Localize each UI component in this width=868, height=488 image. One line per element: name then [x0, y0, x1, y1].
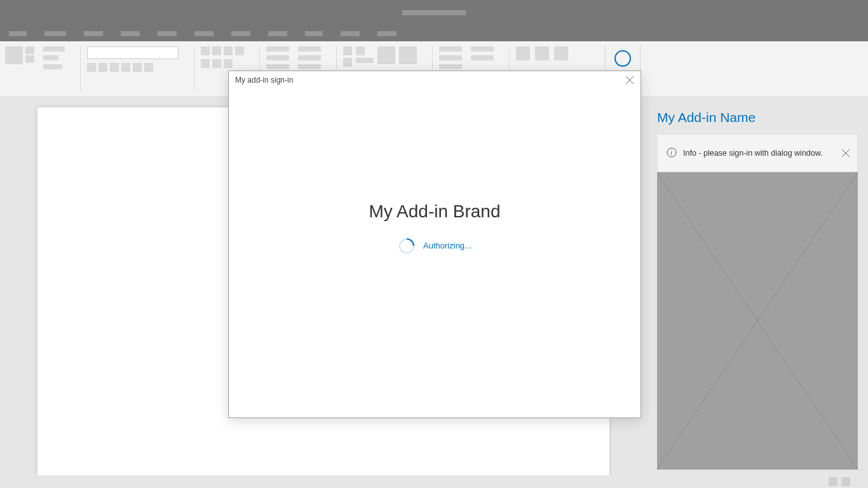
ribbon-button[interactable] [266, 46, 289, 51]
ribbon-button[interactable] [356, 58, 374, 63]
taskpane-body-placeholder [657, 172, 858, 470]
close-icon [625, 76, 634, 85]
ribbon-button[interactable] [516, 46, 530, 60]
ribbon-combobox[interactable] [87, 46, 179, 59]
ribbon-separator [194, 46, 194, 91]
ribbon-button[interactable] [201, 46, 210, 55]
ribbon-button[interactable] [235, 46, 244, 55]
close-icon [841, 148, 851, 158]
ribbon-tab[interactable] [305, 31, 323, 36]
ribbon-tab[interactable] [341, 31, 360, 36]
ribbon-button[interactable] [439, 55, 462, 60]
dialog-header: My add-in sign-in [229, 71, 641, 89]
window-titlebar [0, 0, 868, 25]
ribbon-group [201, 46, 244, 68]
statusbar-button[interactable] [829, 477, 837, 486]
svg-text:i: i [670, 149, 672, 156]
ribbon-button[interactable] [343, 58, 352, 67]
spinner-icon [398, 237, 416, 255]
ribbon-button[interactable] [343, 46, 352, 55]
ribbon-button[interactable] [133, 63, 142, 72]
ribbon-tab[interactable] [9, 31, 27, 36]
ribbon-tab[interactable] [231, 31, 250, 36]
title-placeholder [402, 10, 466, 15]
ribbon-separator [80, 46, 81, 91]
status-bar [0, 475, 868, 488]
ribbon-group [87, 46, 179, 72]
ribbon-group [43, 46, 65, 69]
taskpane-title: My Add-in Name [657, 110, 858, 125]
ribbon-button[interactable] [439, 46, 462, 51]
ribbon-button[interactable] [110, 63, 119, 72]
ribbon-button[interactable] [266, 64, 289, 69]
ribbon-tab[interactable] [84, 31, 103, 36]
ribbon-button[interactable] [144, 63, 153, 72]
statusbar-button[interactable] [841, 477, 850, 486]
svg-point-0 [615, 51, 630, 66]
addin-brand-title: My Add-in Brand [369, 201, 501, 222]
dialog-title: My add-in sign-in [235, 76, 293, 85]
ribbon-button[interactable] [224, 46, 233, 55]
ribbon-button[interactable] [298, 64, 321, 69]
ribbon-button[interactable] [43, 55, 58, 60]
ribbon-tab[interactable] [377, 31, 397, 36]
ribbon-group [439, 46, 462, 69]
ribbon-button[interactable] [43, 46, 65, 51]
placeholder-x-icon [657, 172, 858, 470]
ribbon-button[interactable] [298, 55, 321, 60]
ribbon-button[interactable] [224, 59, 233, 68]
ribbon-group [516, 46, 568, 60]
ribbon-tab[interactable] [44, 31, 66, 36]
dialog-body: My Add-in Brand Authorizing... [229, 89, 641, 417]
ribbon-button[interactable] [439, 64, 462, 69]
ribbon-group [471, 46, 494, 60]
ribbon-button[interactable] [212, 59, 221, 68]
ribbon-button[interactable] [212, 46, 221, 55]
ribbon-button[interactable] [87, 63, 96, 72]
ribbon-button[interactable] [471, 55, 494, 60]
ribbon-button[interactable] [25, 55, 34, 63]
ribbon-button[interactable] [266, 55, 289, 60]
info-icon: i [667, 147, 677, 159]
ribbon-group [298, 46, 321, 69]
ribbon-tab[interactable] [158, 31, 177, 36]
ribbon-button[interactable] [377, 46, 395, 64]
ribbon-button[interactable] [356, 46, 365, 55]
ribbon-button[interactable] [25, 46, 34, 54]
taskpane: My Add-in Name i Info - please sign-in w… [647, 97, 868, 475]
addin-circle-icon [613, 49, 632, 68]
ribbon-tabs [0, 25, 868, 41]
info-message: Info - please sign-in with dialog window… [683, 149, 823, 158]
ribbon-button[interactable] [98, 63, 107, 72]
ribbon-button[interactable] [5, 46, 23, 64]
ribbon-group [266, 46, 289, 69]
ribbon-button[interactable] [399, 46, 417, 64]
ribbon-button[interactable] [43, 64, 62, 69]
ribbon-button[interactable] [554, 46, 568, 60]
ribbon-button[interactable] [121, 63, 130, 72]
ribbon-button[interactable] [471, 46, 494, 51]
authorizing-status: Authorizing... [398, 237, 471, 255]
authorizing-label: Authorizing... [423, 241, 471, 250]
ribbon-button[interactable] [298, 46, 321, 51]
ribbon-button[interactable] [535, 46, 549, 60]
ribbon-button[interactable] [201, 59, 210, 68]
ribbon-tab[interactable] [194, 31, 214, 36]
ribbon-group [5, 46, 34, 64]
ribbon-tab[interactable] [121, 31, 140, 36]
signin-dialog: My add-in sign-in My Add-in Brand Author… [228, 71, 641, 418]
info-bar: i Info - please sign-in with dialog wind… [657, 134, 858, 172]
ribbon-group [343, 46, 417, 67]
ribbon-tab[interactable] [268, 31, 287, 36]
info-close-button[interactable] [841, 148, 851, 158]
dialog-close-button[interactable] [625, 76, 634, 85]
